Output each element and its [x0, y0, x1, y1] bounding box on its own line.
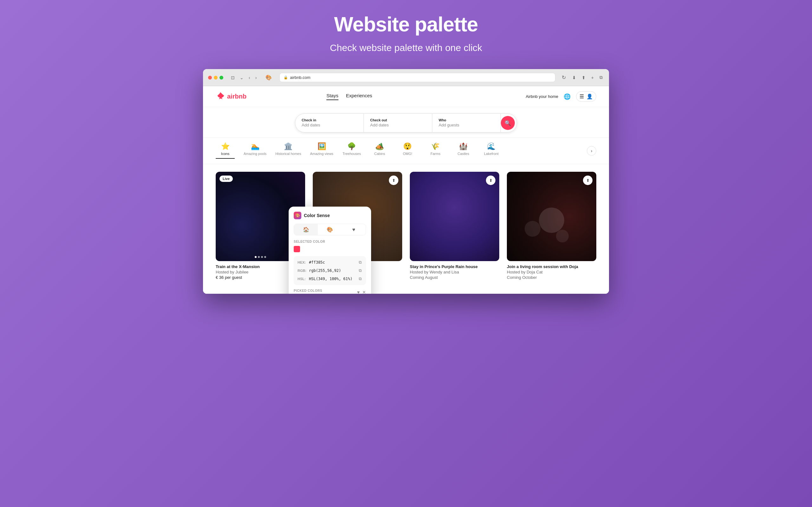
search-bar-container: Check in Add dates Check out Add dates W… [203, 107, 609, 138]
forward-btn[interactable]: › [254, 74, 258, 81]
castles-category-icon: 🏰 [459, 143, 467, 150]
listing-title-3: Stay in Prince's Purple Rain house [410, 264, 499, 269]
category-nav: ⭐ Icons 🏊 Amazing pools 🏛️ Historical ho… [203, 138, 609, 164]
globe-icon[interactable]: 🌐 [562, 92, 572, 102]
download-btn[interactable]: ⬇ [571, 74, 577, 81]
listing-date-4: Coming October [507, 275, 596, 280]
color-sense-logo: 🎨 [294, 212, 301, 219]
popup-title: Color Sense [304, 213, 330, 218]
check-in-field[interactable]: Check in Add dates [295, 114, 364, 132]
search-bar: Check in Add dates Check out Add dates W… [295, 113, 517, 132]
traffic-light-close[interactable] [208, 76, 212, 79]
historical-category-label: Historical homes [275, 152, 301, 156]
category-item-farms[interactable]: 🌾 Farms [426, 143, 445, 159]
listing-image-4: ⬆ [507, 172, 596, 261]
picked-colors-header: PICKED COLORS ♥ ✕ [294, 289, 366, 294]
category-item-omg[interactable]: 😲 OMG! [398, 143, 417, 159]
listing-bg-3 [410, 172, 499, 261]
website-content: airbnb Stays Experiences Airbnb your hom… [203, 86, 609, 294]
category-item-lakefront[interactable]: 🌊 Lakefront [482, 143, 501, 159]
browser-chrome: ⊡ ⌄ ‹ › 🎨 🔒 airbnb.com ↻ ⬇ ⬆ + ⧉ [203, 69, 609, 86]
category-item-historical-homes[interactable]: 🏛️ Historical homes [275, 143, 301, 159]
selected-color-label: SELECTED COLOR [294, 240, 366, 243]
address-bar[interactable]: 🔒 airbnb.com [280, 73, 555, 82]
nav-experiences[interactable]: Experiences [346, 93, 372, 100]
cabins-category-label: Cabins [374, 152, 385, 156]
listing-share-2[interactable]: ⬆ [389, 176, 398, 185]
search-button[interactable]: 🔍 [501, 116, 515, 130]
listing-badge-1: Live [219, 176, 233, 182]
hsl-value: HSL(349, 100%, 61%) [309, 277, 356, 281]
heart-action-btn[interactable]: ♥ [357, 290, 360, 294]
dot-1-4 [264, 256, 266, 258]
browser-window: ⊡ ⌄ ‹ › 🎨 🔒 airbnb.com ↻ ⬇ ⬆ + ⧉ [203, 69, 609, 294]
sidebar-toggle-btn[interactable]: ⊡ [230, 74, 236, 81]
traffic-light-maximize[interactable] [219, 76, 223, 79]
hex-row: HEX: #ff385c ⧉ [298, 259, 362, 266]
rgb-copy-btn[interactable]: ⧉ [358, 268, 362, 274]
back-btn[interactable]: ‹ [247, 74, 252, 81]
category-item-treehouses[interactable]: 🌳 Treehouses [342, 143, 361, 159]
refresh-btn[interactable]: ↻ [560, 74, 567, 81]
treehouses-category-icon: 🌳 [347, 143, 356, 150]
popup-tab-favorites[interactable]: ♥ [342, 224, 366, 235]
category-item-icons[interactable]: ⭐ Icons [216, 143, 235, 159]
user-menu[interactable]: ☰ 👤 [576, 91, 596, 102]
traffic-light-minimize[interactable] [214, 76, 217, 79]
popup-tabs: 🏠 🎨 ♥ [294, 224, 366, 235]
check-out-label: Check out [370, 118, 426, 122]
popup-tab-home[interactable]: 🏠 [294, 224, 318, 235]
farms-category-label: Farms [430, 152, 440, 156]
hamburger-icon: ☰ [579, 94, 584, 100]
category-item-castles[interactable]: 🏰 Castles [454, 143, 473, 159]
listing-info-3: Stay in Prince's Purple Rain house Hoste… [410, 261, 499, 281]
category-item-cabins[interactable]: 🏕️ Cabins [370, 143, 389, 159]
airbnb-your-home-link[interactable]: Airbnb your home [525, 94, 558, 99]
dot-1-2 [258, 256, 260, 258]
popup-header: 🎨 Color Sense [294, 212, 366, 219]
check-out-field[interactable]: Check out Add dates [364, 114, 432, 132]
airbnb-logo[interactable]: airbnb [216, 92, 247, 101]
category-nav-next-arrow[interactable]: › [587, 146, 596, 156]
picked-colors-section: PICKED COLORS ♥ ✕ [294, 289, 366, 294]
url-text: airbnb.com [290, 75, 310, 80]
nav-stays[interactable]: Stays [326, 93, 339, 100]
new-tab-btn[interactable]: + [590, 74, 595, 81]
listing-title-4: Join a living room session with Doja [507, 264, 596, 269]
check-out-value: Add dates [370, 123, 389, 127]
pools-category-icon: 🏊 [251, 143, 259, 150]
icons-category-label: Icons [221, 152, 229, 156]
who-field[interactable]: Who Add guests [432, 114, 501, 132]
selected-color-swatch[interactable] [294, 246, 300, 252]
picked-colors-label: PICKED COLORS [294, 289, 322, 292]
listing-card-3[interactable]: ⬆ Stay in Prince's Purple Rain house Hos… [410, 172, 499, 281]
header-right: Airbnb your home 🌐 ☰ 👤 [525, 91, 596, 102]
page-hero-subtitle: Check website palette with one click [330, 43, 482, 53]
listing-share-4[interactable]: ⬆ [583, 176, 593, 185]
hsl-label: HSL: [298, 277, 306, 281]
color-sense-popup: 🎨 Color Sense 🏠 🎨 ♥ SELECTED COLOR HEX: … [289, 207, 371, 294]
pools-category-label: Amazing pools [244, 152, 266, 156]
close-action-btn[interactable]: ✕ [362, 290, 366, 294]
listing-card-4[interactable]: ⬆ Join a living room session with Doja H… [507, 172, 596, 281]
castles-category-label: Castles [457, 152, 469, 156]
dot-1-3 [261, 256, 263, 258]
listing-host-4: Hosted by Doja Cat [507, 270, 596, 274]
lock-icon: 🔒 [284, 75, 288, 79]
popup-tab-palette[interactable]: 🎨 [318, 224, 342, 235]
rgb-label: RGB: [298, 269, 306, 273]
share-browser-btn[interactable]: ⬆ [580, 74, 587, 81]
hsl-copy-btn[interactable]: ⧉ [358, 276, 362, 282]
hex-copy-btn[interactable]: ⧉ [358, 259, 362, 266]
listing-host-3: Hosted by Wendy and Lisa [410, 270, 499, 274]
lakefront-category-label: Lakefront [484, 152, 499, 156]
browser-tab-logo: 🎨 [264, 73, 273, 82]
chevron-down-icon[interactable]: ⌄ [239, 74, 245, 81]
tab-overview-btn[interactable]: ⧉ [598, 74, 604, 81]
check-in-value: Add dates [302, 123, 320, 127]
category-item-amazing-views[interactable]: 🖼️ Amazing views [310, 143, 333, 159]
listing-share-3[interactable]: ⬆ [486, 176, 496, 185]
category-item-amazing-pools[interactable]: 🏊 Amazing pools [244, 143, 266, 159]
lakefront-category-icon: 🌊 [487, 143, 496, 150]
listing-date-3: Coming August [410, 275, 499, 280]
